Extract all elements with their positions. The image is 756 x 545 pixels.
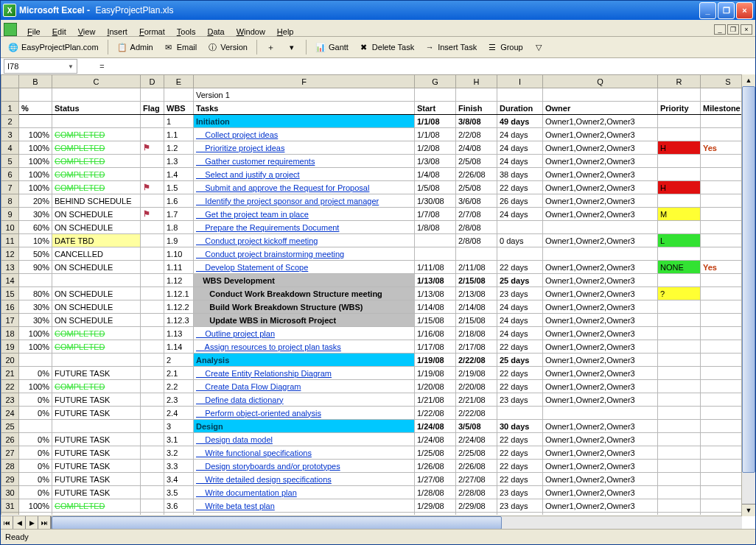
cell-priority[interactable] <box>658 274 701 287</box>
cell-task[interactable]: Update WBS in Microsoft Project <box>194 314 415 327</box>
cell-flag[interactable] <box>141 274 164 287</box>
cell-finish[interactable]: 3/8/08 <box>456 115 497 128</box>
cell-wbs[interactable]: 1.1 <box>164 128 194 141</box>
table-row[interactable]: 230%FUTURE TASK2.3 Define data dictionar… <box>1 393 743 407</box>
cell-milestone[interactable] <box>701 513 743 516</box>
cell-finish[interactable]: 2/22/08 <box>456 407 497 420</box>
hdr-milestone[interactable]: Milestone <box>701 102 743 115</box>
tab-last-icon[interactable]: ⏭ <box>38 516 51 530</box>
table-row[interactable]: 31100%COMPLETED3.6 Write beta test plan1… <box>1 499 743 513</box>
cell-duration[interactable]: 30 days <box>497 420 543 433</box>
cell-priority[interactable] <box>658 460 701 473</box>
mdi-minimize-button[interactable]: _ <box>714 24 726 35</box>
hdr-start[interactable]: Start <box>415 102 456 115</box>
cell-start[interactable]: 1/17/08 <box>415 340 456 354</box>
cell-flag[interactable] <box>141 155 164 168</box>
cell-milestone[interactable] <box>701 168 743 181</box>
cell-task[interactable]: Outline project plan <box>194 327 415 340</box>
cell-flag[interactable] <box>141 460 164 473</box>
cell-duration[interactable]: 49 days <box>497 115 543 128</box>
cell-finish[interactable]: 2/27/08 <box>456 473 497 486</box>
cell-finish[interactable]: 2/28/08 <box>456 486 497 499</box>
cell-wbs[interactable]: 1.10 <box>164 247 194 261</box>
cell-finish[interactable]: 2/26/08 <box>456 460 497 473</box>
cell-flag[interactable]: ⚑ <box>141 208 164 221</box>
cell-milestone[interactable] <box>701 367 743 380</box>
cell-wbs[interactable]: 3.2 <box>164 446 194 460</box>
delete-task-button[interactable]: ✖Delete Task <box>356 41 417 54</box>
cell-finish[interactable]: 3/5/08 <box>456 420 497 433</box>
cell-flag[interactable] <box>141 128 164 141</box>
cell-wbs[interactable]: 1.2 <box>164 141 194 155</box>
cell-finish[interactable]: 2/17/08 <box>456 340 497 354</box>
table-row[interactable]: 19100%COMPLETED1.14 Assign resources to … <box>1 340 743 354</box>
cell-priority[interactable] <box>658 380 701 393</box>
cell-pct[interactable]: 10% <box>19 234 52 247</box>
admin-button[interactable]: 📋Admin <box>114 41 156 54</box>
cell-wbs[interactable]: 3.1 <box>164 433 194 446</box>
cell-start[interactable]: 1/13/08 <box>415 287 456 300</box>
workbook-icon[interactable] <box>4 23 17 36</box>
cell-start[interactable]: 1/24/08 <box>415 433 456 446</box>
cell-pct[interactable]: 100% <box>19 340 52 354</box>
cell-status[interactable] <box>52 354 141 367</box>
cell-priority[interactable] <box>658 420 701 433</box>
cell-owner[interactable]: Owner1,Owner2,Owner3 <box>543 460 658 473</box>
cell-priority[interactable] <box>658 340 701 354</box>
col-E[interactable]: E <box>164 75 194 88</box>
cell-task[interactable]: Write documentation plan <box>194 486 415 499</box>
cell-status[interactable]: FUTURE TASK <box>52 486 141 499</box>
cell-wbs[interactable]: 2.2 <box>164 380 194 393</box>
cell-finish[interactable]: 2/8/08 <box>456 221 497 234</box>
cell-task[interactable]: Assign resources to project plan tasks <box>194 340 415 354</box>
table-row[interactable]: 3100%COMPLETED1.1 Collect project ideas1… <box>1 128 743 141</box>
cell-finish[interactable]: 2/15/08 <box>456 314 497 327</box>
cell-duration[interactable]: 22 days <box>497 446 543 460</box>
hscroll-thumb[interactable] <box>52 516 502 530</box>
cell-status[interactable]: COMPLETED <box>52 181 141 194</box>
cell-pct[interactable]: 30% <box>19 208 52 221</box>
cell-duration[interactable]: 23 days <box>497 393 543 407</box>
cell-finish[interactable]: 2/2/08 <box>456 128 497 141</box>
cell-pct[interactable]: 80% <box>19 287 52 300</box>
cell-task[interactable]: Select and justify a project <box>194 168 415 181</box>
cell-wbs[interactable]: 1.4 <box>164 168 194 181</box>
cell-priority[interactable] <box>658 446 701 460</box>
cell-duration[interactable]: 23 days <box>497 499 543 513</box>
cell-wbs[interactable]: 1 <box>164 115 194 128</box>
cell-task[interactable]: Initiation <box>194 115 415 128</box>
table-row[interactable]: 18100%COMPLETED1.13 Outline project plan… <box>1 327 743 340</box>
cell-owner[interactable]: Owner1,Owner2,Owner3 <box>543 261 658 274</box>
cell-priority[interactable] <box>658 194 701 208</box>
cell-wbs[interactable]: 1.12.1 <box>164 287 194 300</box>
cell-pct[interactable]: 60% <box>19 221 52 234</box>
cell-duration[interactable]: 24 days <box>497 300 543 314</box>
cell-wbs[interactable]: 1.14 <box>164 340 194 354</box>
cell-milestone[interactable] <box>701 393 743 407</box>
cell-priority[interactable] <box>658 486 701 499</box>
cell-owner[interactable] <box>543 407 658 420</box>
cell-wbs[interactable]: 2.4 <box>164 407 194 420</box>
cell-pct[interactable]: 90% <box>19 261 52 274</box>
cell-task[interactable]: Submit and approve the Request for Propo… <box>194 181 415 194</box>
cell-wbs[interactable]: 1.7 <box>164 208 194 221</box>
cell-pct[interactable]: 0% <box>19 393 52 407</box>
hdr-wbs[interactable]: WBS <box>164 102 194 115</box>
cell-pct[interactable]: 20% <box>19 194 52 208</box>
cell-start[interactable]: 1/24/08 <box>415 420 456 433</box>
cell-flag[interactable] <box>141 300 164 314</box>
cell-duration[interactable]: 22 days <box>497 380 543 393</box>
cell-status[interactable]: COMPLETED <box>52 340 141 354</box>
cell-flag[interactable] <box>141 115 164 128</box>
cell-duration[interactable] <box>497 407 543 420</box>
cell-owner[interactable]: Owner1,Owner2,Owner3 <box>543 340 658 354</box>
cell-status[interactable] <box>52 420 141 433</box>
cell-task[interactable]: Analysis <box>194 354 415 367</box>
cell-milestone[interactable] <box>701 473 743 486</box>
cell-start[interactable]: 1/30/08 <box>415 513 456 516</box>
cell-priority[interactable] <box>658 221 701 234</box>
cell-flag[interactable] <box>141 513 164 516</box>
cell-task[interactable]: Develop Statement of Scope <box>194 261 415 274</box>
cell-pct[interactable]: 0% <box>19 407 52 420</box>
cell-milestone[interactable]: Yes <box>701 141 743 155</box>
